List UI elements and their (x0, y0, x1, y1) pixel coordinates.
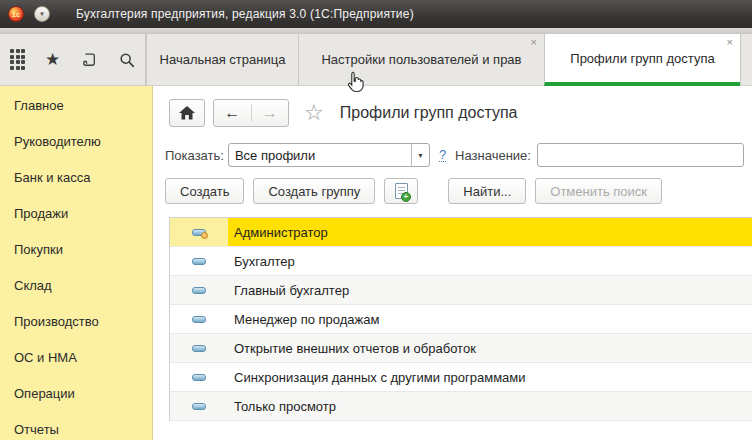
marked-badge-icon (201, 232, 208, 239)
create-group-button[interactable]: Создать группу (253, 178, 375, 204)
purpose-input[interactable] (537, 143, 744, 167)
sidebar-item-bank-cash[interactable]: Банк и касса (0, 160, 152, 196)
tab-label: Профили групп доступа (570, 51, 714, 66)
history-nav-group: ← → (213, 99, 289, 127)
sidebar-item-sales[interactable]: Продажи (0, 196, 152, 232)
quick-access-toolbar: ★ (0, 34, 146, 86)
add-to-favorites-star-icon[interactable]: ☆ (304, 102, 324, 124)
tab-label: Начальная страница (160, 52, 286, 67)
filter-row: Показать: Все профили ▼ ? Назначение: (153, 142, 752, 168)
tab-access-group-profiles[interactable]: Профили групп доступа × (544, 34, 740, 86)
sidebar-item-main[interactable]: Главное (0, 88, 152, 124)
back-button[interactable]: ← (214, 104, 252, 122)
sidebar-item-warehouse[interactable]: Склад (0, 268, 152, 304)
sidebar-item-production[interactable]: Производство (0, 304, 152, 340)
sidebar-item-manager[interactable]: Руководителю (0, 124, 152, 160)
row-icon-cell (170, 305, 228, 333)
home-icon (179, 106, 195, 120)
cancel-search-button: Отменить поиск (535, 178, 662, 204)
list-item-sales-manager[interactable]: Менеджер по продажам (170, 305, 752, 334)
history-icon[interactable] (80, 51, 98, 69)
list-item-administrator[interactable]: Администратор (170, 218, 752, 247)
access-profile-icon (192, 287, 206, 294)
list-item-data-sync[interactable]: Синхронизация данных с другими программа… (170, 363, 752, 392)
row-label: Главный бухгалтер (228, 276, 349, 304)
purpose-label: Назначение: (455, 148, 531, 163)
list-item-accountant[interactable]: Бухгалтер (170, 247, 752, 276)
sidebar-item-reports[interactable]: Отчеты (0, 412, 152, 440)
tab-bar: ★ Начальная страница Настройки пользоват… (0, 34, 752, 86)
tabbar-filler (740, 34, 752, 86)
tab-label: Настройки пользователей и прав (321, 52, 521, 67)
profiles-list: Администратор Бухгалтер Главный бухгалте… (169, 217, 752, 421)
access-profile-icon (192, 229, 206, 236)
row-label: Открытие внешних отчетов и обработок (228, 334, 476, 362)
favorites-icon[interactable]: ★ (45, 51, 60, 68)
row-label: Синхронизация данных с другими программа… (228, 363, 526, 391)
find-button[interactable]: Найти... (448, 178, 526, 204)
list-item-chief-accountant[interactable]: Главный бухгалтер (170, 276, 752, 305)
page-title: Профили групп доступа (340, 104, 518, 122)
create-button[interactable]: Создать (165, 178, 244, 204)
home-button[interactable] (169, 99, 205, 127)
row-label: Бухгалтер (228, 247, 295, 275)
list-toolbar: Создать Создать группу + Найти... Отмени… (153, 178, 752, 204)
row-icon-cell (170, 276, 228, 304)
help-link[interactable]: ? (439, 148, 446, 162)
show-filter-combobox[interactable]: Все профили ▼ (228, 143, 430, 167)
main-panel: ← → ☆ Профили групп доступа Показать: Вс… (153, 86, 752, 440)
copy-document-icon: + (395, 183, 408, 199)
plus-badge-icon: + (401, 192, 411, 202)
access-profile-icon (192, 374, 206, 381)
chevron-down-icon[interactable]: ▼ (411, 144, 429, 166)
sidebar-item-operations[interactable]: Операции (0, 376, 152, 412)
access-profile-icon (192, 345, 206, 352)
sections-sidebar: Главное Руководителю Банк и касса Продаж… (0, 86, 153, 440)
1c-logo-icon: 1с (8, 6, 24, 22)
close-icon[interactable]: × (727, 37, 733, 48)
sidebar-item-purchases[interactable]: Покупки (0, 232, 152, 268)
sidebar-item-fixed-assets[interactable]: ОС и НМА (0, 340, 152, 376)
forward-button[interactable]: → (252, 104, 289, 122)
row-icon-cell (170, 218, 228, 246)
row-label: Администратор (228, 218, 328, 246)
window-title: Бухгалтерия предприятия, редакция 3.0 (1… (76, 7, 414, 21)
sections-menu-icon[interactable] (10, 49, 25, 70)
row-icon-cell (170, 334, 228, 362)
row-icon-cell (170, 247, 228, 275)
row-label: Менеджер по продажам (228, 305, 379, 333)
access-profile-icon (192, 403, 206, 410)
access-profile-icon (192, 316, 206, 323)
list-item-view-only[interactable]: Только просмотр (170, 392, 752, 421)
navigation-row: ← → ☆ Профили групп доступа (153, 98, 752, 128)
close-icon[interactable]: × (531, 37, 537, 48)
show-filter-value: Все профили (229, 148, 411, 163)
create-by-copying-button[interactable]: + (384, 178, 418, 204)
list-item-external-reports[interactable]: Открытие внешних отчетов и обработок (170, 334, 752, 363)
window-titlebar: 1с ▼ Бухгалтерия предприятия, редакция 3… (0, 0, 752, 28)
access-profile-icon (192, 258, 206, 265)
row-icon-cell (170, 392, 228, 420)
row-icon-cell (170, 363, 228, 391)
search-icon[interactable] (118, 51, 136, 69)
system-menu-button[interactable]: ▼ (34, 6, 50, 22)
show-label: Показать: (165, 148, 224, 163)
tab-home[interactable]: Начальная страница (146, 34, 298, 86)
row-label: Только просмотр (228, 392, 336, 420)
tab-user-settings[interactable]: Настройки пользователей и прав × (298, 34, 544, 86)
